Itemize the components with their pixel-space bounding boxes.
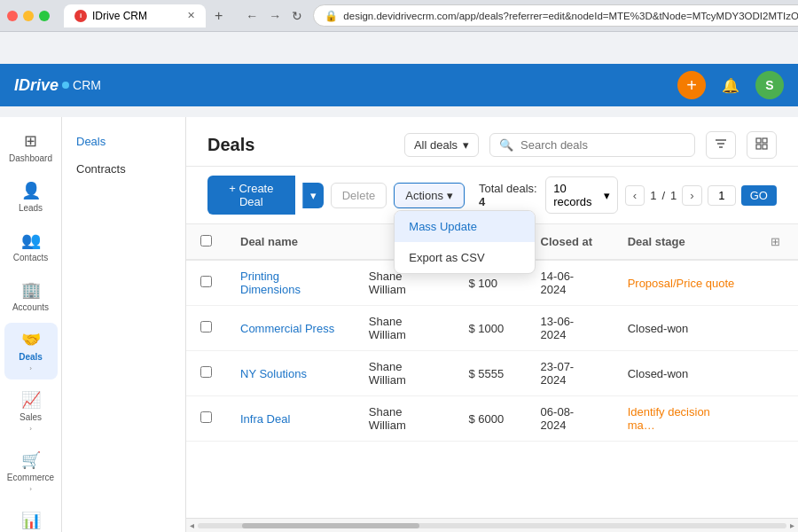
header-deal-stage: Deal stage: [614, 224, 753, 260]
deals-icon: 🤝: [21, 330, 41, 349]
contacts-icon: 👥: [21, 231, 41, 250]
window-minimize-btn[interactable]: [23, 11, 34, 21]
row-checkbox-cell: [186, 260, 226, 306]
records-select[interactable]: 10 records ▾: [545, 176, 618, 214]
sidebar: ⊞ Dashboard 👤 Leads 👥 Contacts 🏢 Account…: [0, 117, 62, 532]
scroll-track: [198, 523, 786, 528]
header-col-icon: ⊞: [753, 224, 798, 260]
browser-tab[interactable]: i IDrive CRM ✕: [64, 4, 206, 27]
deal-name-link[interactable]: Commercial Press: [240, 322, 334, 335]
deal-name-link[interactable]: NY Solutions: [240, 367, 307, 380]
row-deal-name: NY Solutions: [226, 351, 355, 396]
accounts-icon: 🏢: [21, 280, 41, 300]
dropdown-export-csv[interactable]: Export as CSV: [395, 242, 535, 273]
search-icon: 🔍: [499, 138, 513, 152]
sidebar-item-accounts[interactable]: 🏢 Accounts: [4, 273, 58, 319]
tab-close-btn[interactable]: ✕: [187, 10, 195, 21]
row-checkbox-cell: [186, 351, 226, 396]
header-closed-at: Closed at: [527, 224, 614, 260]
top-nav: IDrive CRM + 🔔 S: [0, 64, 798, 106]
deal-name-link[interactable]: Printing Dimensions: [240, 270, 301, 296]
column-settings-btn[interactable]: ⊞: [767, 233, 784, 250]
next-page-btn[interactable]: ›: [682, 185, 701, 206]
select-all-checkbox[interactable]: [200, 235, 212, 246]
sidebar-item-sales[interactable]: 📈 Sales ›: [4, 383, 58, 440]
sidebar-label-contacts: Contacts: [13, 253, 48, 262]
deal-stage-value[interactable]: Identify decision ma…: [628, 405, 710, 432]
window-maximize-btn[interactable]: [39, 11, 50, 21]
sidebar-label-dashboard: Dashboard: [9, 153, 52, 163]
filter-dropdown-arrow: ▾: [463, 138, 469, 152]
sidebar-item-analytics[interactable]: 📊 Analytics ›: [4, 504, 58, 532]
browser-chrome: i IDrive CRM ✕ + ← → ↻ 🔒 design.devidriv…: [0, 0, 798, 32]
filter-icon-btn[interactable]: [706, 131, 736, 159]
pagination: ‹ 1 / 1 › GO: [625, 185, 777, 206]
sidebar-item-dashboard[interactable]: ⊞ Dashboard: [4, 124, 58, 170]
row-closed-at: 14-06-2024: [527, 260, 614, 306]
left-panel-contracts[interactable]: Contracts: [62, 155, 185, 183]
page-current: 1: [650, 189, 656, 202]
sidebar-item-deals[interactable]: 🤝 Deals ›: [4, 323, 58, 379]
deal-stage-value[interactable]: Proposal/Price quote: [628, 277, 735, 290]
create-deal-dropdown-btn[interactable]: ▾: [302, 183, 324, 208]
table-body: Printing Dimensions Shane William $ 100 …: [186, 260, 798, 442]
search-bar[interactable]: 🔍: [489, 133, 695, 157]
filter-svg-icon: [714, 137, 728, 151]
nav-plus-btn[interactable]: +: [677, 71, 706, 99]
nav-avatar[interactable]: S: [755, 71, 784, 99]
forward-btn[interactable]: →: [265, 7, 285, 25]
window-close-btn[interactable]: [7, 11, 18, 21]
svg-rect-5: [756, 145, 761, 149]
row-closed-at: 23-07-2024: [527, 351, 614, 396]
filter-label: All deals: [414, 138, 458, 152]
table-row: Infra Deal Shane William $ 6000 06-08-20…: [186, 396, 798, 442]
refresh-btn[interactable]: ↻: [288, 7, 306, 25]
sidebar-item-ecommerce[interactable]: 🛒 Ecommerce ›: [4, 443, 58, 500]
page-number-input[interactable]: [708, 185, 736, 206]
row-deal-name: Infra Deal: [226, 396, 355, 442]
ecommerce-icon: 🛒: [21, 450, 41, 470]
view-toggle-btn[interactable]: [747, 131, 777, 159]
header-checkbox-cell: [186, 224, 226, 260]
sidebar-label-ecommerce: Ecommerce: [7, 473, 54, 482]
row-actions-cell: [753, 396, 798, 442]
dropdown-mass-update[interactable]: Mass Update: [395, 211, 535, 242]
sidebar-item-leads[interactable]: 👤 Leads: [4, 174, 58, 220]
delete-btn[interactable]: Delete: [331, 183, 387, 208]
left-panel-deals[interactable]: Deals: [62, 128, 185, 155]
row-owner: Shane William: [355, 351, 455, 396]
logo-text: IDrive: [14, 76, 59, 95]
scroll-right-btn[interactable]: ▸: [790, 520, 794, 530]
back-btn[interactable]: ←: [242, 7, 262, 25]
actions-dropdown-menu: Mass Update Export as CSV: [394, 210, 536, 274]
row-actions-cell: [753, 260, 798, 306]
actions-container: Actions ▾ Mass Update Export as CSV: [394, 183, 465, 208]
row-checkbox[interactable]: [200, 321, 212, 332]
sales-icon: 📈: [21, 390, 41, 410]
header-deal-name: Deal name: [226, 224, 355, 260]
svg-rect-4: [763, 138, 767, 143]
nav-bell-btn[interactable]: 🔔: [716, 71, 745, 99]
search-input[interactable]: [520, 138, 685, 152]
analytics-icon: 📊: [21, 511, 41, 530]
filter-dropdown[interactable]: All deals ▾: [404, 133, 479, 157]
dashboard-icon: ⊞: [24, 131, 37, 151]
scroll-left-btn[interactable]: ◂: [190, 520, 194, 530]
scroll-thumb[interactable]: [242, 523, 419, 528]
horizontal-scrollbar[interactable]: ◂ ▸: [186, 518, 798, 532]
sidebar-item-contacts[interactable]: 👥 Contacts: [4, 223, 58, 270]
deal-name-link[interactable]: Infra Deal: [240, 412, 290, 426]
row-closed-at: 13-06-2024: [527, 306, 614, 351]
address-bar[interactable]: 🔒 design.devidrivecrm.com/app/deals?refe…: [313, 4, 798, 27]
new-tab-btn[interactable]: +: [209, 6, 228, 26]
row-checkbox[interactable]: [200, 411, 212, 423]
actions-btn[interactable]: Actions ▾: [394, 183, 465, 208]
go-btn[interactable]: GO: [741, 185, 777, 206]
row-checkbox[interactable]: [200, 366, 212, 378]
prev-page-btn[interactable]: ‹: [625, 185, 645, 206]
sales-arrow: ›: [29, 425, 32, 433]
sidebar-label-leads: Leads: [19, 203, 43, 213]
page-title: Deals: [207, 135, 394, 155]
row-checkbox[interactable]: [200, 276, 212, 287]
create-deal-btn[interactable]: + Create Deal: [207, 176, 295, 215]
